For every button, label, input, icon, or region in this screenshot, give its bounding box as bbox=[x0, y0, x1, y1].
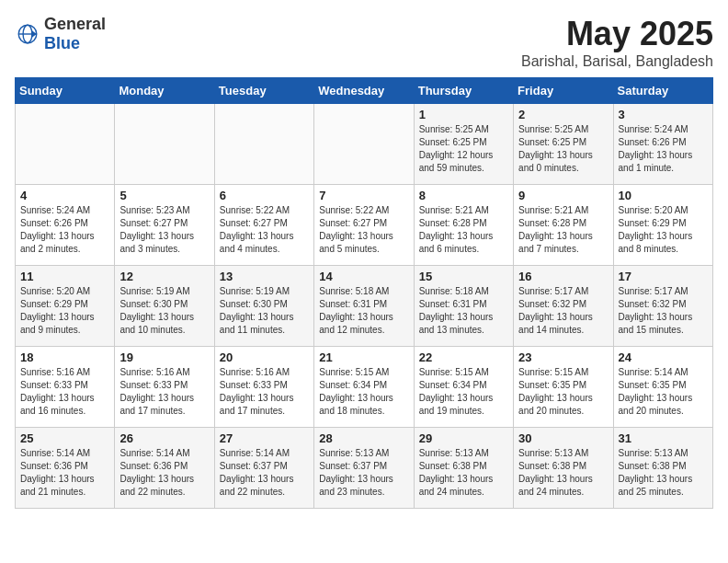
day-number: 30 bbox=[518, 431, 608, 445]
weekday-thursday: Thursday bbox=[414, 78, 513, 104]
weekday-wednesday: Wednesday bbox=[314, 78, 414, 104]
weekday-monday: Monday bbox=[115, 78, 214, 104]
day-cell: 8Sunrise: 5:21 AM Sunset: 6:28 PM Daylig… bbox=[414, 185, 513, 266]
day-info: Sunrise: 5:24 AM Sunset: 6:26 PM Dayligh… bbox=[619, 123, 708, 175]
day-number: 2 bbox=[518, 108, 608, 121]
day-cell: 23Sunrise: 5:15 AM Sunset: 6:35 PM Dayli… bbox=[514, 347, 613, 428]
calendar-body: 1Sunrise: 5:25 AM Sunset: 6:25 PM Daylig… bbox=[16, 104, 713, 509]
day-cell: 2Sunrise: 5:25 AM Sunset: 6:25 PM Daylig… bbox=[514, 104, 613, 185]
day-info: Sunrise: 5:14 AM Sunset: 6:36 PM Dayligh… bbox=[119, 447, 209, 499]
day-cell: 11Sunrise: 5:20 AM Sunset: 6:29 PM Dayli… bbox=[16, 266, 115, 347]
day-info: Sunrise: 5:19 AM Sunset: 6:30 PM Dayligh… bbox=[119, 285, 209, 337]
day-number: 24 bbox=[619, 350, 708, 364]
day-number: 9 bbox=[518, 189, 608, 202]
day-number: 11 bbox=[20, 270, 109, 283]
day-number: 31 bbox=[619, 431, 708, 445]
day-cell: 1Sunrise: 5:25 AM Sunset: 6:25 PM Daylig… bbox=[414, 104, 513, 185]
day-number: 19 bbox=[119, 350, 209, 364]
day-cell bbox=[314, 104, 414, 185]
day-number: 28 bbox=[319, 431, 408, 445]
weekday-header: SundayMondayTuesdayWednesdayThursdayFrid… bbox=[16, 78, 713, 104]
day-info: Sunrise: 5:14 AM Sunset: 6:36 PM Dayligh… bbox=[20, 447, 109, 499]
day-cell: 14Sunrise: 5:18 AM Sunset: 6:31 PM Dayli… bbox=[314, 266, 414, 347]
day-info: Sunrise: 5:22 AM Sunset: 6:27 PM Dayligh… bbox=[319, 204, 408, 256]
day-number: 23 bbox=[518, 350, 608, 364]
day-info: Sunrise: 5:13 AM Sunset: 6:37 PM Dayligh… bbox=[319, 447, 408, 499]
day-info: Sunrise: 5:13 AM Sunset: 6:38 PM Dayligh… bbox=[518, 447, 608, 499]
day-info: Sunrise: 5:13 AM Sunset: 6:38 PM Dayligh… bbox=[419, 447, 508, 499]
day-number: 25 bbox=[20, 431, 109, 445]
day-cell: 20Sunrise: 5:16 AM Sunset: 6:33 PM Dayli… bbox=[214, 347, 313, 428]
day-cell: 22Sunrise: 5:15 AM Sunset: 6:34 PM Dayli… bbox=[414, 347, 513, 428]
day-cell: 29Sunrise: 5:13 AM Sunset: 6:38 PM Dayli… bbox=[414, 428, 513, 509]
title-area: May 2025 Barishal, Barisal, Bangladesh bbox=[521, 15, 713, 70]
day-cell: 10Sunrise: 5:20 AM Sunset: 6:29 PM Dayli… bbox=[613, 185, 712, 266]
logo-icon bbox=[15, 21, 40, 47]
day-number: 15 bbox=[419, 270, 508, 283]
week-row-3: 11Sunrise: 5:20 AM Sunset: 6:29 PM Dayli… bbox=[16, 266, 713, 347]
day-cell: 9Sunrise: 5:21 AM Sunset: 6:28 PM Daylig… bbox=[514, 185, 613, 266]
day-cell: 15Sunrise: 5:18 AM Sunset: 6:31 PM Dayli… bbox=[414, 266, 513, 347]
weekday-friday: Friday bbox=[514, 78, 613, 104]
day-number: 22 bbox=[419, 350, 508, 364]
day-info: Sunrise: 5:18 AM Sunset: 6:31 PM Dayligh… bbox=[319, 285, 408, 337]
day-number: 16 bbox=[518, 270, 608, 283]
day-cell: 27Sunrise: 5:14 AM Sunset: 6:37 PM Dayli… bbox=[214, 428, 313, 509]
day-number: 12 bbox=[119, 270, 209, 283]
day-info: Sunrise: 5:20 AM Sunset: 6:29 PM Dayligh… bbox=[20, 285, 109, 337]
day-number: 17 bbox=[619, 270, 708, 283]
logo-general: General bbox=[44, 15, 106, 33]
day-number: 7 bbox=[319, 189, 408, 202]
day-cell: 18Sunrise: 5:16 AM Sunset: 6:33 PM Dayli… bbox=[16, 347, 115, 428]
day-info: Sunrise: 5:18 AM Sunset: 6:31 PM Dayligh… bbox=[419, 285, 508, 337]
day-number: 5 bbox=[119, 189, 209, 202]
day-cell: 19Sunrise: 5:16 AM Sunset: 6:33 PM Dayli… bbox=[115, 347, 214, 428]
day-info: Sunrise: 5:14 AM Sunset: 6:35 PM Dayligh… bbox=[619, 366, 708, 418]
day-cell: 26Sunrise: 5:14 AM Sunset: 6:36 PM Dayli… bbox=[115, 428, 214, 509]
page-header: General Blue May 2025 Barishal, Barisal,… bbox=[15, 15, 713, 70]
weekday-saturday: Saturday bbox=[613, 78, 712, 104]
day-info: Sunrise: 5:17 AM Sunset: 6:32 PM Dayligh… bbox=[518, 285, 608, 337]
weekday-sunday: Sunday bbox=[16, 78, 115, 104]
day-cell bbox=[214, 104, 313, 185]
day-number: 14 bbox=[319, 270, 408, 283]
day-info: Sunrise: 5:13 AM Sunset: 6:38 PM Dayligh… bbox=[619, 447, 708, 499]
location-title: Barishal, Barisal, Bangladesh bbox=[521, 53, 713, 70]
logo-text: General Blue bbox=[44, 15, 106, 53]
day-number: 26 bbox=[119, 431, 209, 445]
day-cell: 3Sunrise: 5:24 AM Sunset: 6:26 PM Daylig… bbox=[613, 104, 712, 185]
day-number: 27 bbox=[220, 431, 309, 445]
day-cell: 30Sunrise: 5:13 AM Sunset: 6:38 PM Dayli… bbox=[514, 428, 613, 509]
day-number: 4 bbox=[20, 189, 109, 202]
day-cell: 24Sunrise: 5:14 AM Sunset: 6:35 PM Dayli… bbox=[613, 347, 712, 428]
week-row-2: 4Sunrise: 5:24 AM Sunset: 6:26 PM Daylig… bbox=[16, 185, 713, 266]
month-title: May 2025 bbox=[521, 15, 713, 53]
day-info: Sunrise: 5:15 AM Sunset: 6:35 PM Dayligh… bbox=[518, 366, 608, 418]
day-info: Sunrise: 5:25 AM Sunset: 6:25 PM Dayligh… bbox=[419, 123, 508, 175]
day-cell: 13Sunrise: 5:19 AM Sunset: 6:30 PM Dayli… bbox=[214, 266, 313, 347]
day-cell: 25Sunrise: 5:14 AM Sunset: 6:36 PM Dayli… bbox=[16, 428, 115, 509]
day-info: Sunrise: 5:24 AM Sunset: 6:26 PM Dayligh… bbox=[20, 204, 109, 256]
day-cell: 28Sunrise: 5:13 AM Sunset: 6:37 PM Dayli… bbox=[314, 428, 414, 509]
day-number: 29 bbox=[419, 431, 508, 445]
day-info: Sunrise: 5:21 AM Sunset: 6:28 PM Dayligh… bbox=[419, 204, 508, 256]
day-info: Sunrise: 5:23 AM Sunset: 6:27 PM Dayligh… bbox=[119, 204, 209, 256]
day-info: Sunrise: 5:20 AM Sunset: 6:29 PM Dayligh… bbox=[619, 204, 708, 256]
week-row-1: 1Sunrise: 5:25 AM Sunset: 6:25 PM Daylig… bbox=[16, 104, 713, 185]
day-number: 8 bbox=[419, 189, 508, 202]
day-info: Sunrise: 5:16 AM Sunset: 6:33 PM Dayligh… bbox=[20, 366, 109, 418]
day-info: Sunrise: 5:15 AM Sunset: 6:34 PM Dayligh… bbox=[419, 366, 508, 418]
day-info: Sunrise: 5:25 AM Sunset: 6:25 PM Dayligh… bbox=[518, 123, 608, 175]
day-info: Sunrise: 5:17 AM Sunset: 6:32 PM Dayligh… bbox=[619, 285, 708, 337]
day-number: 3 bbox=[619, 108, 708, 121]
day-cell: 7Sunrise: 5:22 AM Sunset: 6:27 PM Daylig… bbox=[314, 185, 414, 266]
calendar-table: SundayMondayTuesdayWednesdayThursdayFrid… bbox=[15, 77, 713, 509]
day-cell: 6Sunrise: 5:22 AM Sunset: 6:27 PM Daylig… bbox=[214, 185, 313, 266]
day-info: Sunrise: 5:22 AM Sunset: 6:27 PM Dayligh… bbox=[220, 204, 309, 256]
day-number: 18 bbox=[20, 350, 109, 364]
day-number: 10 bbox=[619, 189, 708, 202]
day-cell: 4Sunrise: 5:24 AM Sunset: 6:26 PM Daylig… bbox=[16, 185, 115, 266]
day-cell: 12Sunrise: 5:19 AM Sunset: 6:30 PM Dayli… bbox=[115, 266, 214, 347]
day-info: Sunrise: 5:19 AM Sunset: 6:30 PM Dayligh… bbox=[220, 285, 309, 337]
week-row-4: 18Sunrise: 5:16 AM Sunset: 6:33 PM Dayli… bbox=[16, 347, 713, 428]
